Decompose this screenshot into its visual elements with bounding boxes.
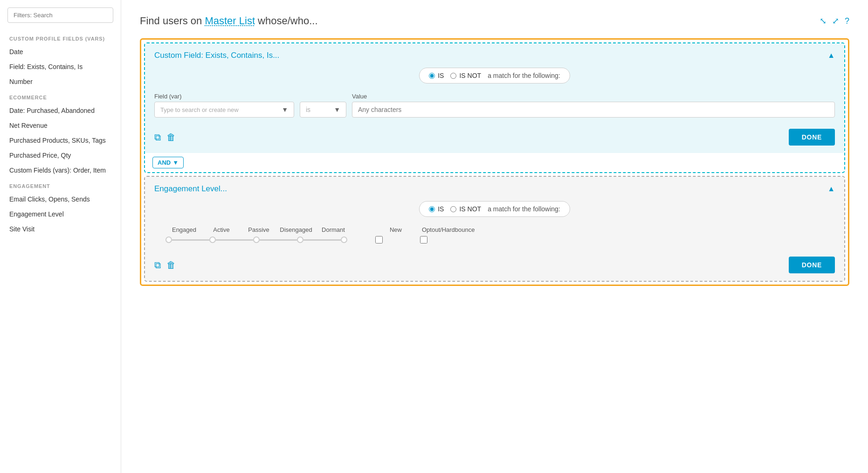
sidebar-item-number[interactable]: Number bbox=[0, 74, 121, 89]
slider-segment-2 bbox=[260, 239, 297, 241]
sidebar-item-custom-fields-order[interactable]: Custom Fields (vars): Order, Item bbox=[0, 163, 121, 178]
help-icon[interactable]: ? bbox=[845, 16, 849, 26]
operator-value: is bbox=[306, 106, 310, 113]
field-var-group: Field (var) Type to search or create new… bbox=[154, 93, 294, 118]
custom-field-actions: ⧉ 🗑 DONE bbox=[154, 125, 835, 146]
engagement-match-row: IS IS NOT a match for the following: bbox=[154, 201, 835, 217]
slider-dot-1[interactable] bbox=[209, 236, 216, 243]
engagement-card-body: IS IS NOT a match for the following: bbox=[145, 201, 844, 281]
is-label: IS bbox=[438, 72, 444, 79]
header-icons: ⤡ ⤢ ? bbox=[820, 16, 849, 26]
custom-field-card-body: IS IS NOT a match for the following: bbox=[145, 68, 844, 153]
operator-select[interactable]: is ▼ bbox=[300, 102, 346, 118]
copy-icon[interactable]: ⧉ bbox=[154, 132, 161, 143]
sidebar-search-wrap bbox=[0, 7, 121, 30]
sidebar-item-date[interactable]: Date bbox=[0, 44, 121, 59]
engagement-card-inner: Engagement Level... ▲ IS bbox=[145, 177, 844, 281]
engagement-is-not-label: IS NOT bbox=[459, 205, 481, 213]
engagement-card-header[interactable]: Engagement Level... ▲ bbox=[145, 177, 844, 201]
operator-group: is ▼ bbox=[300, 93, 346, 118]
slider-segment-1 bbox=[216, 239, 253, 241]
and-row: AND ▼ bbox=[145, 153, 844, 172]
field-var-arrow-icon: ▼ bbox=[282, 106, 288, 113]
slider-dot-4[interactable] bbox=[341, 236, 347, 243]
sidebar-search-input[interactable] bbox=[7, 7, 113, 23]
and-chevron-icon: ▼ bbox=[172, 159, 179, 166]
engagement-chevron-icon: ▲ bbox=[827, 185, 835, 193]
slider-dot-0[interactable] bbox=[165, 236, 172, 243]
new-label: New bbox=[380, 226, 408, 233]
slider-dot-3[interactable] bbox=[297, 236, 303, 243]
engagement-is-radio[interactable] bbox=[429, 206, 435, 212]
optout-label: Optout/Hardbounce bbox=[422, 226, 473, 233]
engagement-copy-icon[interactable]: ⧉ bbox=[154, 260, 161, 271]
field-var-placeholder: Type to search or create new bbox=[160, 106, 239, 113]
expand-icon[interactable]: ⤢ bbox=[832, 16, 839, 26]
sidebar-section-engagement: ENGAGEMENT bbox=[0, 178, 121, 192]
sidebar-item-site-visit[interactable]: Site Visit bbox=[0, 222, 121, 236]
field-var-label: Field (var) bbox=[154, 93, 294, 100]
operator-arrow-icon: ▼ bbox=[334, 106, 340, 113]
optout-checkbox[interactable] bbox=[420, 236, 427, 243]
sidebar-item-field-exists[interactable]: Field: Exists, Contains, Is bbox=[0, 59, 121, 74]
active-filter-wrapper: Custom Field: Exists, Contains, Is... ▲ … bbox=[140, 38, 849, 286]
engagement-action-icons: ⧉ 🗑 bbox=[154, 260, 176, 271]
engagement-match-pill: IS IS NOT a match for the following: bbox=[419, 201, 570, 217]
active-text: Active bbox=[213, 226, 229, 233]
sidebar-item-purchased-products[interactable]: Purchased Products, SKUs, Tags bbox=[0, 133, 121, 148]
sidebar-item-engagement-level[interactable]: Engagement Level bbox=[0, 207, 121, 222]
value-group: Value bbox=[352, 93, 835, 118]
engagement-filter-card: Engagement Level... ▲ IS bbox=[144, 176, 845, 282]
custom-field-card-title: Custom Field: Exists, Contains, Is... bbox=[154, 51, 279, 60]
sidebar-item-purchased-price[interactable]: Purchased Price, Qty bbox=[0, 148, 121, 163]
sidebar-section-ecommerce: ECOMMERCE bbox=[0, 89, 121, 103]
engagement-done-button[interactable]: DONE bbox=[789, 257, 835, 273]
list-name-link[interactable]: Master List bbox=[205, 15, 255, 27]
action-icons: ⧉ 🗑 bbox=[154, 132, 176, 143]
sidebar-item-net-revenue[interactable]: Net Revenue bbox=[0, 118, 121, 133]
custom-field-card-header[interactable]: Custom Field: Exists, Contains, Is... ▲ bbox=[145, 43, 844, 68]
is-not-radio[interactable] bbox=[450, 73, 456, 79]
sidebar-item-date-purchased[interactable]: Date: Purchased, Abandoned bbox=[0, 103, 121, 118]
sidebar-section-custom-vars: CUSTOM PROFILE FIELDS (VARS) bbox=[0, 30, 121, 44]
slider-dot-2[interactable] bbox=[253, 236, 260, 243]
slider-segment-0 bbox=[172, 239, 209, 241]
custom-field-done-button[interactable]: DONE bbox=[789, 129, 835, 146]
custom-field-card-inner: Custom Field: Exists, Contains, Is... ▲ … bbox=[145, 43, 844, 153]
title-suffix: whose/who... bbox=[255, 15, 318, 27]
match-pill: IS IS NOT a match for the following: bbox=[419, 68, 570, 83]
engagement-match-text: a match for the following: bbox=[488, 205, 560, 213]
engagement-delete-icon[interactable]: 🗑 bbox=[166, 260, 176, 271]
engagement-slider-area: Engaged Active Passive Disengaged Dorman… bbox=[154, 226, 835, 253]
custom-field-filter-card: Custom Field: Exists, Contains, Is... ▲ … bbox=[144, 42, 845, 173]
sidebar: CUSTOM PROFILE FIELDS (VARS) Date Field:… bbox=[0, 0, 121, 473]
engagement-is-not-radio-label[interactable]: IS NOT bbox=[450, 205, 481, 213]
sidebar-item-email-clicks[interactable]: Email Clicks, Opens, Sends bbox=[0, 192, 121, 207]
engagement-is-radio-label[interactable]: IS bbox=[429, 205, 444, 213]
slider-track-row bbox=[164, 236, 826, 243]
field-var-select[interactable]: Type to search or create new ▼ bbox=[154, 102, 294, 118]
and-button[interactable]: AND ▼ bbox=[152, 157, 184, 168]
main-content: Find users on Master List whose/who... ⤡… bbox=[121, 0, 868, 473]
passive-label: Passive bbox=[240, 226, 277, 233]
value-input[interactable] bbox=[352, 102, 835, 118]
is-radio-label[interactable]: IS bbox=[429, 72, 444, 79]
field-row: Field (var) Type to search or create new… bbox=[154, 93, 835, 118]
value-label: Value bbox=[352, 93, 835, 100]
slider-track bbox=[165, 236, 347, 243]
new-checkbox[interactable] bbox=[375, 236, 383, 243]
custom-field-chevron-icon: ▲ bbox=[827, 51, 835, 60]
page-title: Find users on Master List whose/who... bbox=[140, 15, 318, 27]
engagement-is-not-radio[interactable] bbox=[450, 206, 456, 212]
is-not-label: IS NOT bbox=[459, 72, 481, 79]
is-not-radio-label[interactable]: IS NOT bbox=[450, 72, 481, 79]
and-label: AND bbox=[158, 159, 171, 166]
delete-icon[interactable]: 🗑 bbox=[166, 132, 176, 143]
dormant-label: Dormant bbox=[315, 226, 352, 233]
engagement-labels-row: Engaged Active Passive Disengaged Dorman… bbox=[164, 226, 826, 233]
title-prefix: Find users on bbox=[140, 15, 205, 27]
compress-icon[interactable]: ⤡ bbox=[820, 16, 827, 26]
engaged-label: Engaged bbox=[165, 226, 203, 233]
match-text: a match for the following: bbox=[488, 72, 560, 79]
is-radio[interactable] bbox=[429, 73, 435, 79]
